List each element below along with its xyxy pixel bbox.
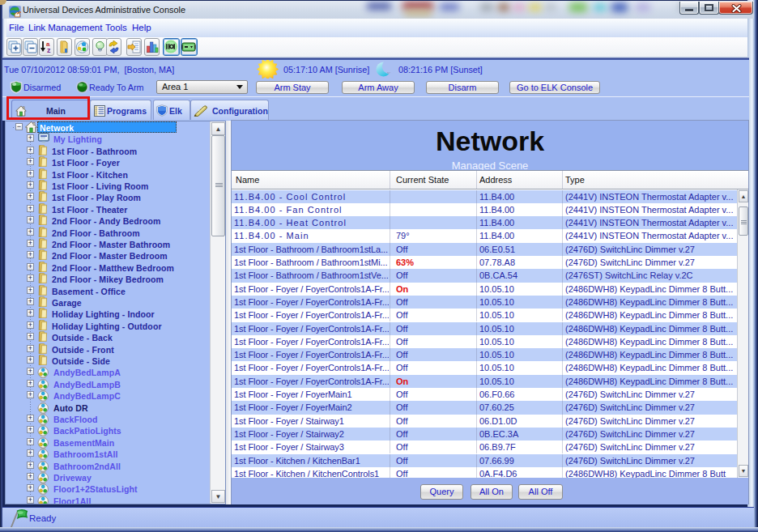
svg-text:z: z	[47, 46, 51, 53]
